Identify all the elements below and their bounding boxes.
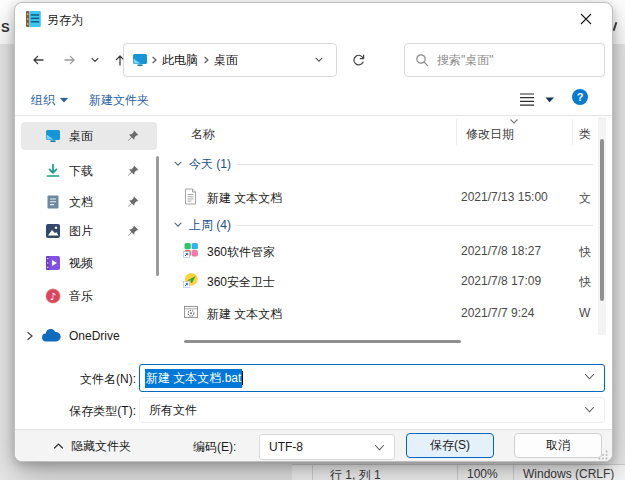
- status-line-col: 行 1, 列 1: [330, 467, 381, 480]
- list-vertical-scrollbar-thumb[interactable]: [600, 139, 604, 301]
- status-divider: [457, 465, 458, 480]
- command-bar: 组织 新建文件夹 ?: [15, 87, 612, 115]
- text-file-icon: [183, 188, 198, 205]
- expand-chevron-icon[interactable]: [25, 330, 35, 342]
- encoding-dropdown[interactable]: UTF-8: [259, 434, 395, 460]
- documents-icon: [45, 194, 61, 210]
- pin-icon: [127, 130, 139, 142]
- group-header-today[interactable]: 今天 (1): [173, 154, 593, 174]
- save-as-dialog: 另存为: [14, 2, 613, 462]
- recent-locations-button[interactable]: [85, 47, 105, 73]
- status-eol: Windows (CRLF): [523, 467, 614, 480]
- close-button[interactable]: [566, 5, 606, 33]
- savetype-dropdown[interactable]: 所有文件: [139, 397, 605, 423]
- savetype-value: 所有文件: [149, 402, 197, 419]
- filename-dropdown-icon[interactable]: [584, 373, 595, 381]
- collapse-chevron-icon: [173, 220, 183, 230]
- sidebar-item-onedrive[interactable]: OneDrive: [21, 322, 157, 350]
- address-bar[interactable]: 此电脑 桌面: [123, 43, 337, 77]
- refresh-button[interactable]: [345, 47, 371, 73]
- breadcrumb-desktop[interactable]: 桌面: [212, 52, 240, 69]
- file-row[interactable]: 新建 文本文档 2021/7/7 9:24 W: [183, 303, 607, 323]
- 360-safety-guard-icon: [183, 272, 199, 288]
- save-button[interactable]: 保存(S): [406, 433, 494, 458]
- savetype-label: 保存类型(T):: [21, 403, 136, 420]
- text-caret: [242, 371, 243, 385]
- 360-software-manager-icon: [183, 242, 199, 258]
- sort-chevron-icon: [509, 118, 519, 125]
- help-icon: ?: [571, 88, 589, 106]
- close-icon: [580, 13, 592, 25]
- sidebar-item-pictures[interactable]: 图片: [21, 217, 157, 245]
- cancel-button[interactable]: 取消: [514, 433, 602, 458]
- breadcrumb-this-pc[interactable]: 此电脑: [160, 52, 200, 69]
- status-divider: [513, 465, 514, 480]
- column-header-name[interactable]: 名称: [191, 126, 215, 143]
- list-header: 名称 修改日期 类: [183, 117, 607, 145]
- search-box[interactable]: 搜索"桌面": [404, 43, 605, 77]
- desktop-icon: [45, 128, 61, 144]
- column-header-type[interactable]: 类: [579, 126, 591, 143]
- collapse-chevron-icon: [173, 159, 183, 169]
- filename-label: 文件名(N):: [21, 371, 136, 388]
- group-rule: [237, 225, 593, 226]
- dialog-footer: 隐藏文件夹 编码(E): UTF-8 保存(S) 取消: [15, 429, 612, 462]
- view-dropdown-button[interactable]: [545, 97, 554, 103]
- batch-file-icon: [183, 304, 199, 320]
- breadcrumb-separator-icon: [200, 55, 212, 65]
- organize-button[interactable]: 组织: [31, 92, 68, 109]
- filename-input[interactable]: 新建 文本文档.bat: [139, 364, 605, 392]
- chevron-up-icon: [53, 442, 64, 450]
- encoding-dropdown-icon: [374, 444, 385, 452]
- organize-dropdown-icon: [60, 98, 68, 103]
- resize-grip[interactable]: [598, 450, 608, 460]
- hide-folders-button[interactable]: 隐藏文件夹: [53, 436, 131, 456]
- savetype-dropdown-icon: [584, 406, 595, 414]
- column-divider[interactable]: [456, 119, 457, 145]
- sidebar-item-desktop[interactable]: 桌面: [21, 122, 157, 150]
- onedrive-icon: [41, 329, 61, 343]
- sidebar-item-music[interactable]: ♪ 音乐: [21, 282, 157, 310]
- pin-icon: [127, 225, 139, 237]
- notepad-app-icon: [25, 10, 42, 28]
- sidebar-item-documents[interactable]: 文档: [21, 188, 157, 216]
- search-placeholder: 搜索"桌面": [437, 52, 494, 69]
- file-row[interactable]: 360软件管家 2021/7/8 18:27 快: [183, 241, 607, 261]
- pin-icon: [127, 196, 139, 208]
- filename-selected-text: 新建 文本文档.bat: [145, 369, 242, 388]
- list-horizontal-scrollbar-thumb[interactable]: [184, 340, 461, 343]
- list-view-icon: [519, 92, 535, 107]
- column-header-date[interactable]: 修改日期: [466, 126, 514, 143]
- encoding-value: UTF-8: [269, 440, 303, 454]
- status-zoom: 100%: [467, 467, 498, 480]
- chevron-down-icon: [545, 97, 554, 103]
- help-button[interactable]: ?: [571, 88, 589, 106]
- refresh-icon: [351, 53, 366, 68]
- svg-text:?: ?: [577, 91, 584, 103]
- dialog-title: 另存为: [47, 12, 83, 29]
- sidebar-scrollbar[interactable]: [156, 156, 159, 276]
- file-row[interactable]: 新建 文本文档 2021/7/13 15:00 文: [183, 187, 607, 207]
- file-row[interactable]: 360安全卫士 2021/7/8 17:09 快: [183, 271, 607, 291]
- downloads-icon: [45, 163, 61, 179]
- group-rule: [237, 164, 593, 165]
- music-icon: ♪: [45, 288, 61, 304]
- pictures-icon: [45, 223, 61, 239]
- pin-icon: [127, 165, 139, 177]
- column-divider[interactable]: [572, 119, 573, 145]
- back-button[interactable]: [25, 47, 51, 73]
- chevron-down-icon: [90, 55, 100, 65]
- title-bar: 另存为: [15, 3, 612, 35]
- address-dropdown-icon[interactable]: [314, 56, 324, 64]
- sidebar-item-downloads[interactable]: 下载: [21, 157, 157, 185]
- breadcrumb-separator-icon: [148, 55, 160, 65]
- forward-button[interactable]: [57, 47, 83, 73]
- sidebar-item-videos[interactable]: 视频: [21, 249, 157, 277]
- back-icon: [30, 52, 46, 68]
- svg-text:♪: ♪: [50, 291, 56, 302]
- view-button[interactable]: [519, 92, 541, 110]
- new-folder-button[interactable]: 新建文件夹: [89, 92, 149, 109]
- group-header-last-week[interactable]: 上周 (4): [173, 215, 593, 235]
- toolbar-divider: [15, 115, 612, 116]
- search-icon: [415, 53, 429, 67]
